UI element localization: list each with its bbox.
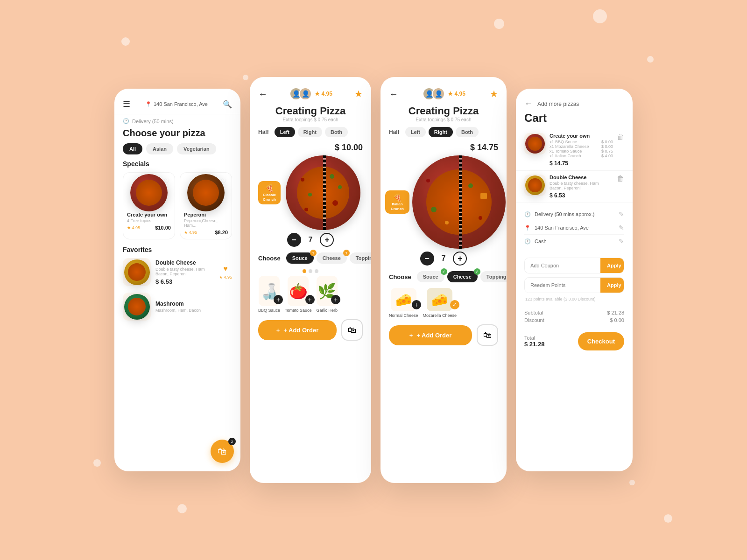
sauce-tomato[interactable]: 🍅 Tomato Sauce + [285, 276, 312, 313]
total-display: Total $ 21.28 [524, 335, 544, 348]
sauce-tomato-add[interactable]: + [305, 295, 315, 304]
pizza-create-title-s3: Creating Pizza [381, 105, 507, 117]
tab-cheese-s3[interactable]: Cheese ✓ [447, 271, 478, 282]
special-item-1[interactable]: ♡ Create your own 4 Free topics ★ 4.95 $… [123, 172, 175, 239]
edit-delivery-icon[interactable]: ✎ [619, 210, 624, 218]
avatars-rating-s2: 👤 👤 ★ 4.95 [289, 87, 332, 100]
normal-cheese[interactable]: 🧀 Normal Cheese + [389, 288, 418, 318]
tab-toppings-s2[interactable]: Toppings 4 [350, 252, 371, 264]
mozarella-cheese[interactable]: 🧀 Mozarella Cheese ✓ [423, 288, 457, 318]
filter-vegetarian[interactable]: Vegetarian [177, 143, 216, 154]
checkout-row: Total $ 21.28 Checkout [516, 329, 633, 354]
back-arrow-s2[interactable]: ← [258, 89, 268, 99]
cash-icon-delivery: 🕐 [524, 238, 531, 245]
tab-cheese-s2[interactable]: Cheese 1 [317, 252, 347, 264]
special-item-2[interactable]: ♡ Peperoni Peperoni,Cheese, Ham... ★ 4.9… [180, 172, 232, 239]
italian-crunch-container: 🍕 Italian Crunch [385, 190, 409, 214]
star-fav-s3[interactable]: ★ [490, 88, 498, 99]
tab-toppings-s3[interactable]: Toppings 4 [480, 271, 507, 282]
half-btn-right-s3[interactable]: Right [429, 127, 453, 137]
half-btn-left-s2[interactable]: Left [275, 127, 295, 137]
edit-address-icon[interactable]: ✎ [619, 224, 624, 231]
special-sub-2: Peperoni,Cheese, Ham... [184, 218, 228, 228]
add-order-btn-s3[interactable]: + + Add Order [389, 325, 472, 345]
screen3-creating-pizza-right: ← 👤 👤 ★ 4.95 ★ Creating Pizza Extra toop… [381, 77, 507, 483]
bag-btn-s2[interactable]: 🛍 [341, 319, 363, 341]
back-arrow-s4[interactable]: ← [524, 99, 533, 109]
coupon-input-row: Apply [524, 258, 624, 273]
pizza-create-sub-s2: Extra toopings $ 0.75 each [250, 117, 371, 122]
page-title: Choose your pizza [114, 128, 240, 143]
pizza-price-s2: $ 10.00 [250, 143, 371, 153]
delivery-banner: 🕐 Delivery (50 mins) [114, 114, 240, 128]
add-more-label[interactable]: Add more pizzas [537, 101, 579, 107]
fav-item-1[interactable]: Double Cheese Double tasty cheese, Ham B… [123, 258, 232, 286]
discount-value: $ 0.00 [610, 317, 624, 323]
checkout-button[interactable]: Checkout [578, 332, 624, 350]
filter-all[interactable]: All [123, 143, 142, 154]
special-price-2: $8.20 [215, 230, 228, 235]
delivery-row-left-1: 🕐 Delivery (50 mins approx.) [524, 211, 594, 217]
classic-crunch-label: Classic Crunch [261, 193, 278, 202]
fav-img-1 [123, 258, 151, 286]
fav-heart-icon-1[interactable]: ♥ [223, 265, 228, 273]
star-fav-s2[interactable]: ★ [354, 88, 363, 99]
rating-s2: ★ 4.95 [315, 91, 332, 97]
points-input[interactable] [525, 278, 600, 293]
sauce-row-s2: 🍶 BBQ Sauce + 🍅 Tomato Sauce + 🌿 Garlic … [250, 276, 371, 313]
qty-minus-s3[interactable]: − [420, 252, 434, 266]
half-btn-both-s2[interactable]: Both [325, 127, 348, 137]
tab-souce-s2[interactable]: Souce 1 [286, 252, 314, 264]
sauce-garlic[interactable]: 🌿 Garlic Herb + [317, 276, 338, 313]
sauce-bbq[interactable]: 🍶 BBQ Sauce + [258, 276, 280, 313]
half-btn-left-s3[interactable]: Left [405, 127, 426, 137]
detail-price-1-4: $ 4.00 [601, 154, 613, 158]
edit-payment-icon[interactable]: ✎ [619, 238, 624, 245]
coupon-input[interactable] [525, 258, 600, 273]
choose-label-s3: Choose [389, 273, 411, 280]
half-btn-right-s2[interactable]: Right [298, 127, 322, 137]
apply-coupon-btn[interactable]: Apply [600, 258, 624, 273]
heart-icon-2[interactable]: ♡ [221, 177, 227, 185]
qty-plus-s3[interactable]: + [453, 252, 467, 266]
mozarella-cheese-check[interactable]: ✓ [450, 300, 459, 309]
cart-header: ← Add more pizzas [516, 89, 633, 112]
half-label-s3: Half [389, 129, 400, 135]
choose-label-s2: Choose [258, 255, 281, 262]
pizza-half-divider-s3 [459, 155, 462, 249]
cart-item-total-1: $ 14.75 [550, 160, 613, 167]
cart-fab-button[interactable]: 🛍 2 [211, 440, 234, 463]
fav-desc-1: Double tasty cheese, Ham Bacon, Peperoni [155, 267, 214, 276]
pizza-price-s3: $ 14.75 [381, 143, 507, 153]
discount-row: Discount $ 0.00 [524, 317, 624, 323]
qty-minus-s2[interactable]: − [287, 233, 301, 247]
sauce-dot-1 [303, 269, 306, 273]
bag-btn-s3[interactable]: 🛍 [477, 324, 498, 346]
apply-points-btn[interactable]: Apply [600, 278, 624, 293]
pizza-img-s3 [412, 155, 506, 249]
qty-plus-s2[interactable]: + [320, 233, 334, 247]
sauce-garlic-add[interactable]: + [331, 295, 340, 304]
normal-cheese-add[interactable]: + [412, 300, 421, 309]
italian-crunch-label-s3: Italian Crunch [388, 202, 407, 211]
delete-item-2[interactable]: 🗑 [617, 175, 624, 183]
coupon-section: Apply Apply 123 points available ($ 3.00… [516, 253, 633, 306]
add-order-btn-s2[interactable]: + + Add Order [258, 320, 337, 340]
tab-souce-s3[interactable]: Souce ✓ [417, 271, 444, 282]
classic-crunch-badge-container: 🍕 Classic Crunch [258, 181, 281, 204]
sauce-bbq-add[interactable]: + [274, 295, 283, 304]
avatar-2: 👤 [299, 87, 312, 100]
filter-asian[interactable]: Asian [146, 143, 173, 154]
hamburger-icon[interactable]: ☰ [123, 99, 130, 109]
pizza-slice-icon-s3: 🍕 [393, 193, 402, 202]
back-arrow-s3[interactable]: ← [389, 89, 398, 99]
italian-crunch-badge-s3: 🍕 Italian Crunch [385, 190, 409, 214]
half-btn-both-s3[interactable]: Both [456, 127, 479, 137]
search-icon[interactable]: 🔍 [223, 100, 232, 109]
delete-item-1[interactable]: 🗑 [617, 133, 624, 141]
cart-item-info-1: Create your own x1 BBQ Souce $ 0.00 x1 M… [550, 133, 613, 167]
fav-item-2[interactable]: Mashroom Mashroom, Ham, Bacon [123, 293, 232, 321]
heart-icon-1[interactable]: ♡ [164, 177, 170, 185]
fav-desc-2: Mashroom, Ham, Bacon [155, 308, 232, 313]
sauce-tomato-name: Tomato Sauce [285, 308, 312, 313]
